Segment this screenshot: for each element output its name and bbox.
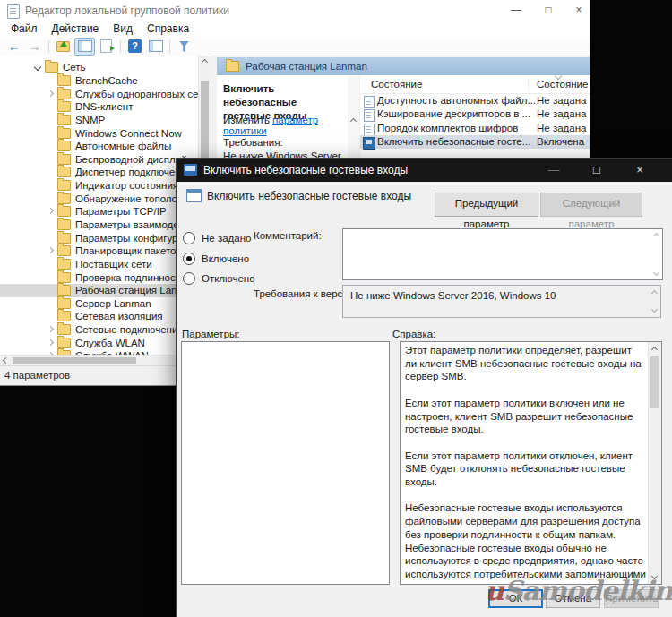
column-header-state[interactable]: Состояние — [537, 79, 588, 90]
folder-icon — [226, 61, 239, 72]
tree-item[interactable]: Параметры взаимодейств — [0, 219, 198, 232]
dialog-maximize-button[interactable]: □ — [577, 159, 616, 182]
filter-icon[interactable] — [175, 39, 194, 55]
expand-chevron-icon — [45, 101, 56, 112]
help-icon[interactable]: ? — [125, 39, 144, 55]
tree-item[interactable]: Параметры TCP/IP — [0, 205, 198, 219]
toolbar: ← → ? — [0, 37, 590, 56]
tree-item[interactable]: SNMP — [0, 114, 198, 127]
expand-chevron-icon — [45, 167, 56, 177]
scrollbar-thumb[interactable] — [13, 357, 136, 364]
back-icon[interactable]: ← — [4, 39, 23, 55]
scroll-up-icon[interactable] — [349, 116, 358, 124]
scroll-left-icon[interactable] — [1, 356, 9, 364]
policy-name: Включить небезопасные госте... — [377, 136, 530, 147]
radio-option[interactable]: Включено — [183, 249, 335, 270]
help-scrollbar[interactable] — [648, 342, 661, 584]
next-setting-button[interactable]: Следующий параметр — [540, 193, 642, 217]
column-header-name[interactable]: Состояние — [371, 79, 422, 90]
tree-item[interactable]: Служба WLAN — [0, 336, 198, 349]
radio-option[interactable]: Отключено — [183, 269, 335, 289]
tree-item[interactable]: Планировщик пакетов Q — [0, 244, 198, 258]
expand-chevron-icon[interactable] — [45, 324, 56, 335]
tree-item[interactable]: Сеть — [0, 61, 198, 74]
list-rows: Доступность автономных файл...Не заданаК… — [360, 94, 590, 149]
close-button[interactable]: × — [564, 0, 593, 21]
tree-item-label: Диспетчер подключений — [75, 167, 192, 177]
comment-input[interactable] — [342, 228, 663, 280]
options-panel[interactable] — [181, 341, 390, 585]
forward-icon[interactable]: → — [25, 39, 44, 55]
policy-icon — [364, 124, 375, 136]
expand-chevron-icon — [45, 141, 56, 151]
tree-item[interactable]: DNS-клиент — [0, 100, 198, 114]
tree-item[interactable]: Индикатор состояния сет — [0, 179, 198, 193]
tree-item-label: Сеть — [63, 62, 86, 73]
tree-item[interactable]: Диспетчер подключений — [0, 166, 198, 179]
folder-icon — [57, 219, 71, 230]
tree-item[interactable]: Сервер Lanman — [0, 297, 198, 311]
scroll-up-icon[interactable] — [650, 345, 659, 353]
scrollbar-thumb[interactable] — [650, 356, 659, 408]
dialog-minimize-button[interactable]: — — [534, 159, 573, 182]
dialog-titlebar[interactable]: Включить небезопасные гостевые входы — □… — [177, 159, 672, 182]
tree-item[interactable]: Службы одноранговых сетей M — [0, 87, 198, 100]
tree-item[interactable]: Беспроводной дисплей — [0, 152, 198, 166]
list-header: Состояние Состояние — [360, 75, 590, 94]
folder-icon — [57, 245, 71, 256]
menu-item-3[interactable]: Справка — [140, 21, 196, 37]
supported-on-value: Не ниже Windows Server 2016, Windows 10 — [342, 285, 661, 318]
up-level-icon[interactable] — [54, 39, 73, 55]
tree-item[interactable]: Рабочая станция Lanman — [0, 284, 198, 297]
scroll-up-icon — [650, 288, 659, 296]
tree-item-label: Сервер Lanman — [75, 298, 151, 309]
policy-name: Доступность автономных файл... — [377, 95, 536, 106]
tree-item[interactable]: Автономные файлы — [0, 140, 198, 153]
expand-chevron-icon[interactable] — [45, 245, 56, 256]
scroll-down-icon[interactable] — [652, 270, 660, 278]
policy-state: Не задана — [537, 95, 586, 106]
dialog-close-button[interactable]: × — [620, 159, 659, 182]
tree-item[interactable]: Параметры конфигураци — [0, 231, 198, 244]
expand-chevron-icon[interactable] — [32, 62, 43, 73]
policy-row[interactable]: Включить небезопасные госте...Включена — [360, 135, 590, 149]
policy-row[interactable]: Кэширование дескрипторов в ...Не задана — [360, 107, 590, 121]
menu-item-1[interactable]: Действие — [45, 21, 107, 37]
window-titlebar[interactable]: Редактор локальной групповой политики — … — [0, 0, 590, 21]
expand-chevron-icon — [45, 285, 56, 296]
radio-button[interactable] — [183, 232, 195, 244]
policy-row[interactable]: Порядок комплектов шифровНе задана — [360, 122, 590, 135]
extended-pane-icon[interactable] — [146, 39, 165, 55]
tree-item[interactable]: Сетевые подключения — [0, 323, 198, 337]
export-list-icon[interactable] — [97, 39, 116, 55]
policy-row[interactable]: Доступность автономных файл...Не задана — [360, 94, 590, 107]
tree-item[interactable]: BranchCache — [0, 74, 198, 88]
tree-item[interactable]: Обнаружение топологии — [0, 192, 198, 205]
folder-icon — [45, 62, 58, 73]
policy-defined-icon — [363, 137, 375, 150]
maximize-button[interactable]: □ — [534, 0, 563, 21]
folder-icon — [57, 141, 71, 151]
tree-item[interactable]: Проверка подлинности д — [0, 270, 198, 284]
expand-chevron-icon[interactable] — [45, 338, 56, 348]
tree-item-label: Автономные файлы — [75, 141, 171, 151]
scroll-up-icon[interactable] — [201, 57, 209, 65]
tree-item[interactable]: Сетевая изоляция — [0, 310, 198, 323]
previous-setting-button[interactable]: Предыдущий параметр — [435, 193, 538, 217]
expand-chevron-icon — [45, 75, 56, 86]
tree-item[interactable]: Windows Connect Now — [0, 126, 198, 140]
radio-button[interactable] — [183, 272, 195, 285]
tree-item-label: Сетевая изоляция — [75, 311, 163, 321]
expand-chevron-icon[interactable] — [45, 89, 56, 99]
scroll-up-icon[interactable] — [652, 231, 660, 239]
tree-item[interactable]: Поставщик сети — [0, 258, 198, 271]
radio-button[interactable] — [183, 253, 195, 265]
expand-chevron-icon[interactable] — [45, 206, 56, 217]
policy-state: Не задана — [537, 123, 586, 133]
show-console-tree-icon[interactable] — [74, 38, 95, 56]
tree-item-label: Поставщик сети — [75, 259, 152, 270]
menu-item-0[interactable]: Файл — [4, 21, 45, 37]
radio-label: Включено — [202, 253, 249, 264]
minimize-button[interactable]: — — [502, 0, 530, 21]
menu-item-2[interactable]: Вид — [106, 21, 140, 37]
